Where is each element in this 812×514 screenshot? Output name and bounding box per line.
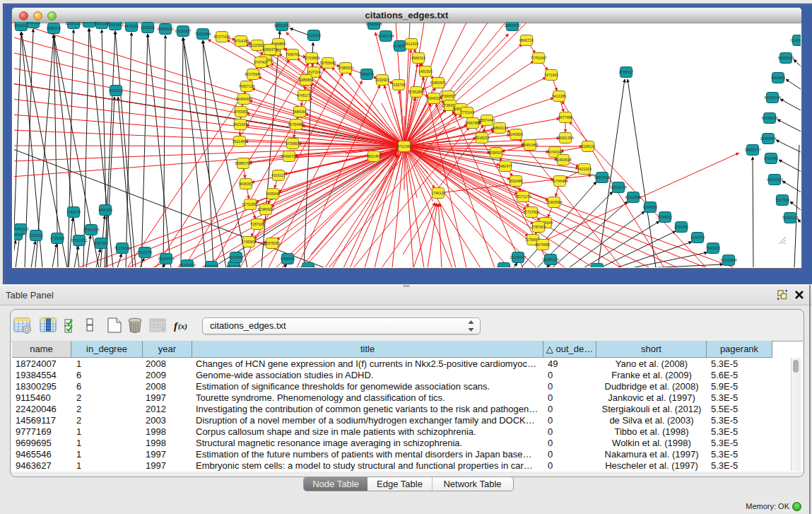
svg-text:3158692: 3158692 [658, 215, 672, 219]
svg-text:55698169: 55698169 [777, 56, 794, 60]
svg-text:01429401: 01429401 [790, 38, 801, 42]
svg-text:29946804: 29946804 [760, 136, 776, 141]
svg-text:(x): (x) [178, 322, 187, 331]
svg-text:9600133: 9600133 [26, 22, 40, 25]
svg-text:81754965: 81754965 [288, 122, 304, 127]
svg-text:64139537: 64139537 [175, 29, 191, 33]
svg-text:15451680: 15451680 [522, 143, 538, 147]
svg-text:60385977: 60385977 [488, 151, 504, 155]
svg-text:13171274: 13171274 [514, 194, 531, 199]
svg-text:61595148: 61595148 [764, 95, 780, 100]
svg-text:77752047: 77752047 [530, 56, 546, 60]
svg-text:3518233: 3518233 [475, 136, 489, 140]
svg-text:1746120: 1746120 [431, 191, 445, 195]
svg-text:4060883: 4060883 [771, 76, 785, 80]
svg-text:9636057: 9636057 [239, 182, 253, 186]
svg-text:13433200: 13433200 [766, 177, 782, 182]
svg-text:4005045: 4005045 [266, 192, 280, 196]
svg-text:67010651: 67010651 [71, 238, 87, 243]
svg-text:28809570: 28809570 [504, 23, 520, 28]
svg-text:8708317: 8708317 [619, 70, 633, 74]
svg-text:1031051: 1031051 [29, 233, 43, 238]
svg-text:9821465: 9821465 [367, 154, 381, 158]
svg-text:2421024: 2421024 [577, 167, 592, 171]
svg-text:3709859: 3709859 [286, 141, 300, 146]
svg-text:82175946: 82175946 [245, 72, 261, 76]
svg-text:87234309: 87234309 [179, 263, 195, 267]
svg-text:87277434: 87277434 [213, 35, 230, 39]
svg-text:7346706: 7346706 [286, 52, 300, 57]
svg-text:54145868: 54145868 [720, 258, 736, 262]
svg-text:76320163: 76320163 [782, 216, 798, 220]
svg-text:5674680: 5674680 [536, 243, 550, 247]
svg-text:1824493: 1824493 [590, 267, 604, 267]
svg-text:49894134: 49894134 [491, 126, 507, 130]
svg-text:4966319: 4966319 [411, 56, 425, 60]
svg-text:65648236: 65648236 [761, 116, 777, 120]
svg-text:7917693: 7917693 [775, 198, 789, 202]
svg-text:4316117: 4316117 [271, 173, 286, 177]
svg-text:2328120: 2328120 [581, 144, 595, 148]
svg-text:3387262: 3387262 [94, 241, 108, 245]
svg-text:2260256: 2260256 [674, 225, 688, 229]
svg-text:02654235: 02654235 [65, 22, 81, 25]
svg-text:6475255: 6475255 [124, 24, 139, 28]
svg-text:37996507: 37996507 [440, 94, 456, 98]
svg-text:34624751: 34624751 [300, 266, 316, 267]
svg-text:2787429: 2787429 [531, 225, 546, 229]
svg-text:53755646: 53755646 [319, 61, 336, 65]
svg-text:99091334: 99091334 [557, 136, 573, 140]
svg-text:5430391: 5430391 [109, 88, 123, 93]
svg-text:3685160: 3685160 [293, 110, 307, 114]
svg-text:93103413: 93103413 [107, 23, 123, 27]
svg-text:34714345: 34714345 [233, 39, 249, 43]
svg-text:6998543: 6998543 [281, 257, 295, 261]
svg-text:1491905: 1491905 [418, 69, 433, 74]
svg-text:6193990: 6193990 [229, 255, 243, 259]
svg-text:13493618: 13493618 [555, 158, 571, 162]
svg-text:4711382: 4711382 [397, 144, 411, 148]
svg-text:94406409: 94406409 [235, 97, 252, 101]
svg-text:3482477: 3482477 [498, 164, 512, 168]
svg-text:0330923: 0330923 [375, 78, 389, 82]
svg-text:36995777: 36995777 [744, 148, 760, 152]
svg-text:6204505: 6204505 [643, 205, 657, 209]
svg-text:5009788: 5009788 [204, 264, 218, 267]
svg-text:9521456: 9521456 [233, 139, 247, 144]
svg-text:4896383: 4896383 [98, 208, 112, 212]
svg-text:7193745: 7193745 [392, 83, 406, 87]
svg-text:64835030: 64835030 [157, 27, 173, 31]
svg-text:4738299: 4738299 [50, 236, 64, 240]
svg-text:0812191: 0812191 [227, 264, 241, 267]
svg-text:7889579: 7889579 [360, 72, 374, 76]
svg-text:4745171: 4745171 [297, 93, 311, 98]
svg-text:1627204: 1627204 [307, 70, 321, 74]
svg-text:51462704: 51462704 [377, 34, 394, 38]
svg-text:98084124: 98084124 [542, 257, 558, 262]
svg-text:04499727: 04499727 [281, 154, 297, 158]
svg-text:8386379: 8386379 [47, 26, 61, 30]
svg-text:7187026: 7187026 [250, 222, 264, 226]
svg-text:8677496: 8677496 [558, 115, 572, 119]
svg-text:55886753: 55886753 [235, 161, 251, 165]
svg-text:62702895: 62702895 [242, 202, 258, 206]
svg-text:74367136: 74367136 [238, 84, 254, 88]
svg-text:25135427: 25135427 [510, 255, 526, 259]
svg-text:4192832: 4192832 [141, 25, 155, 30]
svg-text:02606474: 02606474 [158, 257, 174, 261]
svg-text:9413186: 9413186 [552, 94, 566, 98]
svg-text:1226916: 1226916 [307, 33, 321, 37]
svg-text:5098393: 5098393 [14, 233, 23, 237]
svg-text:67737826: 67737826 [523, 210, 539, 214]
svg-text:9421047: 9421047 [233, 122, 247, 127]
svg-text:62729806: 62729806 [303, 56, 319, 60]
svg-text:62386922: 62386922 [257, 207, 273, 211]
svg-text:9743953: 9743953 [234, 110, 248, 114]
svg-text:00524278: 00524278 [610, 185, 626, 189]
svg-text:57262849: 57262849 [408, 90, 424, 94]
svg-text:3747407: 3747407 [254, 60, 268, 64]
svg-text:7991183: 7991183 [497, 266, 511, 267]
svg-text:97848018: 97848018 [365, 22, 382, 26]
svg-text:0842710: 0842710 [519, 38, 534, 42]
svg-text:7182278: 7182278 [66, 210, 81, 214]
